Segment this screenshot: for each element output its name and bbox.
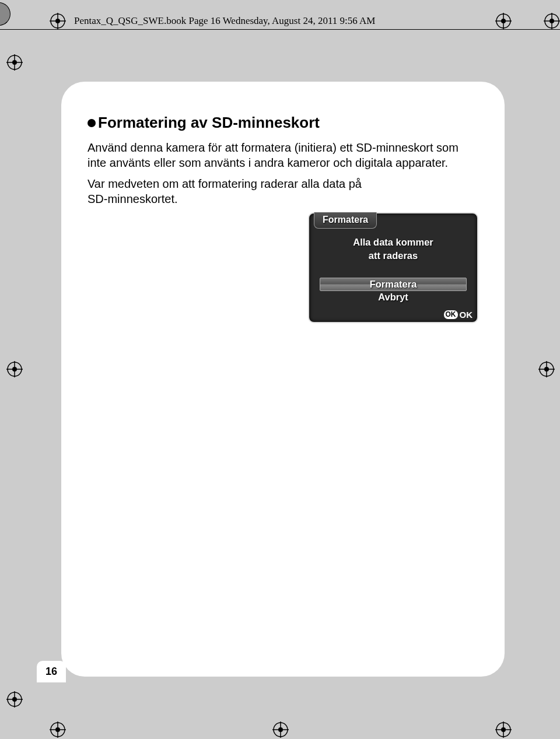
dialog-message-line1: Alla data kommer <box>353 237 433 247</box>
section-title: Formatering av SD-minneskort <box>88 114 478 132</box>
reg-mark-icon <box>50 722 66 738</box>
binding-mark-icon <box>0 2 10 26</box>
reg-mark-icon <box>6 54 23 71</box>
dialog-option-format[interactable]: Formatera <box>320 278 467 291</box>
bullet-icon <box>88 119 96 127</box>
dialog-message-line2: att raderas <box>369 250 418 261</box>
section-title-text: Formatering av SD-minneskort <box>98 114 320 132</box>
reg-mark-icon <box>495 13 512 29</box>
dialog-ok-hint: OK OK <box>444 310 473 320</box>
reg-mark-icon <box>272 722 289 738</box>
reg-mark-icon <box>495 722 512 738</box>
page-header-text: Pentax_Q_QSG_SWE.book Page 16 Wednesday,… <box>74 15 375 27</box>
paragraph-2: Var medveten om att formatering raderar … <box>88 176 362 206</box>
ok-label: OK <box>460 310 473 320</box>
paragraph-1: Använd denna kamera för att formatera (i… <box>88 140 478 170</box>
dialog-option-cancel[interactable]: Avbryt <box>320 291 467 303</box>
ok-pill-icon: OK <box>444 310 458 319</box>
dialog-title-tab: Formatera <box>314 212 377 229</box>
reg-mark-icon <box>544 13 560 29</box>
reg-mark-icon <box>6 361 23 377</box>
reg-mark-icon <box>50 13 66 29</box>
page-body: Formatering av SD-minneskort Använd denn… <box>61 82 505 677</box>
format-dialog: Formatera Alla data kommer att raderas F… <box>308 212 478 323</box>
page-number: 16 <box>37 661 66 682</box>
reg-mark-icon <box>6 691 23 708</box>
reg-mark-icon <box>538 361 555 377</box>
header-divider <box>0 29 560 30</box>
